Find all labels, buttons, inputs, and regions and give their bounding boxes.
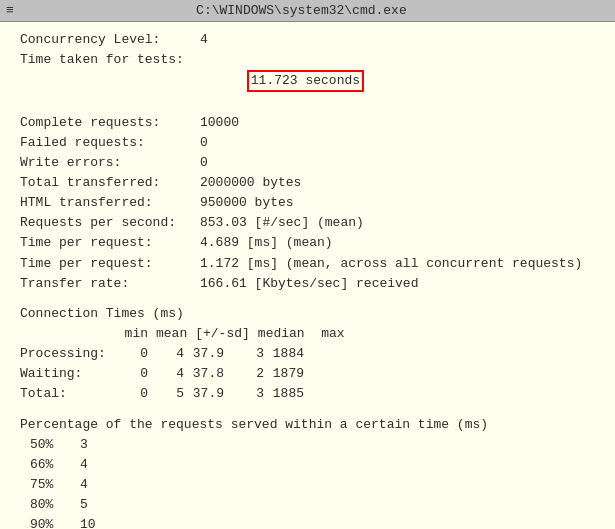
total-transferred-label: Total transferred: [20,173,200,193]
conn-times-label: Connection Times (ms) [20,304,184,324]
pct-list-item: 50%3 [20,435,595,455]
time-per-req-all-value: 1.172 [ms] (mean, across all concurrent … [200,254,595,274]
total-transferred-value: 2000000 bytes [200,173,595,193]
req-per-sec-label: Requests per second: [20,213,200,233]
pct-list-item: 66%4 [20,455,595,475]
html-transferred-row: HTML transferred: 950000 bytes [20,193,595,213]
conn-total-row: Total: 0 5 37.9 3 1885 [20,384,595,404]
time-taken-value: 11.723 seconds [200,50,595,112]
failed-req-value: 0 [200,133,595,153]
concurrency-label: Concurrency Level: [20,30,200,50]
complete-req-label: Complete requests: [20,113,200,133]
html-transferred-value: 950000 bytes [200,193,595,213]
time-taken-highlighted: 11.723 seconds [247,70,364,92]
pct-section-header: Percentage of the requests served within… [20,415,595,435]
time-taken-row: Time taken for tests: 11.723 seconds [20,50,595,112]
pct-list-item: 80%5 [20,495,595,515]
html-transferred-label: HTML transferred: [20,193,200,213]
conn-times-header: Connection Times (ms) [20,304,595,324]
window-title: C:\WINDOWS\system32\cmd.exe [196,3,407,18]
transfer-rate-label: Transfer rate: [20,274,200,294]
pct-section-label: Percentage of the requests served within… [20,415,488,435]
write-errors-value: 0 [200,153,595,173]
time-taken-label: Time taken for tests: [20,50,200,112]
complete-req-value: 10000 [200,113,595,133]
conn-waiting-row: Waiting: 0 4 37.8 2 1879 [20,364,595,384]
pct-list-item: 90%10 [20,515,595,529]
conn-processing-row: Processing: 0 4 37.9 3 1884 [20,344,595,364]
transfer-rate-row: Transfer rate: 166.61 [Kbytes/sec] recei… [20,274,595,294]
concurrency-value: 4 [200,30,595,50]
time-per-req-row: Time per request: 4.689 [ms] (mean) [20,233,595,253]
req-per-sec-row: Requests per second: 853.03 [#/sec] (mea… [20,213,595,233]
total-transferred-row: Total transferred: 2000000 bytes [20,173,595,193]
time-per-req-all-label: Time per request: [20,254,200,274]
terminal-content: Concurrency Level: 4 Time taken for test… [0,22,615,529]
write-errors-row: Write errors: 0 [20,153,595,173]
pct-rows: 50%366%475%480%590%1095%1098%13 [20,435,595,529]
time-per-req-label: Time per request: [20,233,200,253]
concurrency-row: Concurrency Level: 4 [20,30,595,50]
transfer-rate-value: 166.61 [Kbytes/sec] received [200,274,595,294]
pct-list-item: 75%4 [20,475,595,495]
failed-req-row: Failed requests: 0 [20,133,595,153]
time-per-req-all-row: Time per request: 1.172 [ms] (mean, acro… [20,254,595,274]
conn-header-row: min mean [+/-sd] median max [20,324,595,344]
title-bar: ≡ C:\WINDOWS\system32\cmd.exe [0,0,615,22]
time-per-req-value: 4.689 [ms] (mean) [200,233,595,253]
complete-req-row: Complete requests: 10000 [20,113,595,133]
menu-icon[interactable]: ≡ [6,3,14,18]
failed-req-label: Failed requests: [20,133,200,153]
write-errors-label: Write errors: [20,153,200,173]
req-per-sec-value: 853.03 [#/sec] (mean) [200,213,595,233]
